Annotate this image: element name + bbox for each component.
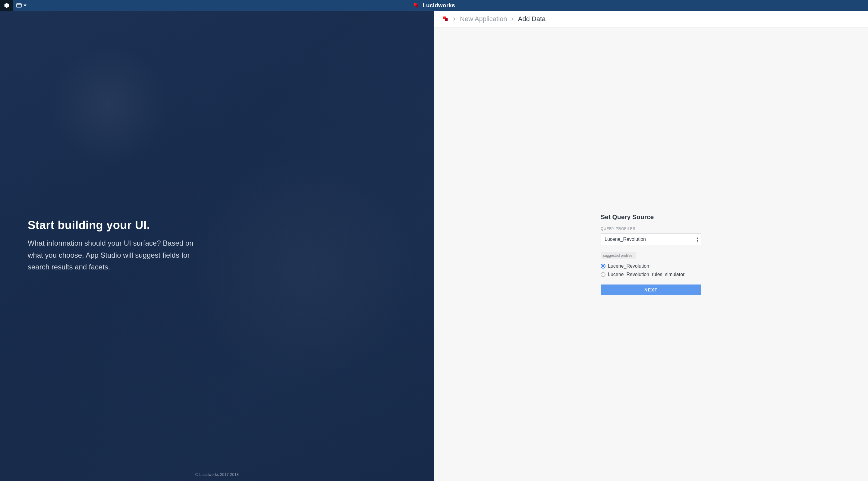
main-split: Start building your UI. What information… — [0, 11, 868, 481]
profile-option[interactable]: Lucene_Revolution — [601, 263, 701, 269]
breadcrumb: New Application Add Data — [434, 11, 868, 27]
header-left — [0, 0, 30, 11]
copyright-text: © Lucidworks 2017-2018 — [0, 472, 434, 477]
breadcrumb-logo-icon[interactable] — [442, 16, 449, 22]
svg-marker-4 — [24, 4, 27, 6]
profile-option-label: Lucene_Revolution_rules_simulator — [608, 272, 684, 277]
radio-selected-icon — [601, 264, 606, 268]
svg-rect-8 — [445, 18, 447, 21]
d20-icon — [4, 3, 9, 8]
panel-heading: Start building your UI. — [28, 219, 416, 232]
form-panel: New Application Add Data Set Query Sourc… — [434, 11, 868, 481]
query-profile-select-value[interactable]: Lucene_Revolution — [601, 233, 701, 245]
svg-rect-6 — [415, 4, 418, 7]
app-menu-button[interactable] — [13, 0, 30, 11]
profile-option-label: Lucene_Revolution — [608, 263, 649, 269]
app-header: Lucidworks — [0, 0, 868, 11]
suggested-profiles-list: Lucene_Revolution Lucene_Revolution_rule… — [601, 263, 701, 277]
profile-option[interactable]: Lucene_Revolution_rules_simulator — [601, 272, 701, 277]
chevron-right-icon — [453, 17, 456, 22]
form-title: Set Query Source — [601, 213, 701, 221]
form-inner: Set Query Source QUERY PROFILES Lucene_R… — [601, 213, 701, 295]
profiles-label: QUERY PROFILES — [601, 227, 701, 231]
next-button[interactable]: NEXT — [601, 285, 701, 295]
svg-rect-2 — [17, 4, 22, 7]
window-icon — [16, 3, 22, 7]
query-profile-select[interactable]: Lucene_Revolution ▲▼ — [601, 233, 701, 245]
breadcrumb-current: Add Data — [518, 15, 546, 23]
brand-title: Lucidworks — [423, 2, 455, 9]
breadcrumb-prev[interactable]: New Application — [460, 15, 507, 23]
panel-subtext: What information should your UI surface?… — [28, 237, 196, 273]
form-area: Set Query Source QUERY PROFILES Lucene_R… — [434, 27, 868, 481]
chevron-down-icon — [24, 4, 27, 6]
home-icon-button[interactable] — [0, 0, 13, 11]
suggested-profiles-chip: suggested profiles: — [601, 252, 636, 259]
lucidworks-logo-icon — [413, 2, 420, 9]
header-brand: Lucidworks — [413, 2, 455, 9]
chevron-right-icon — [512, 17, 514, 22]
illustration-panel: Start building your UI. What information… — [0, 11, 434, 481]
radio-unselected-icon — [601, 272, 606, 277]
